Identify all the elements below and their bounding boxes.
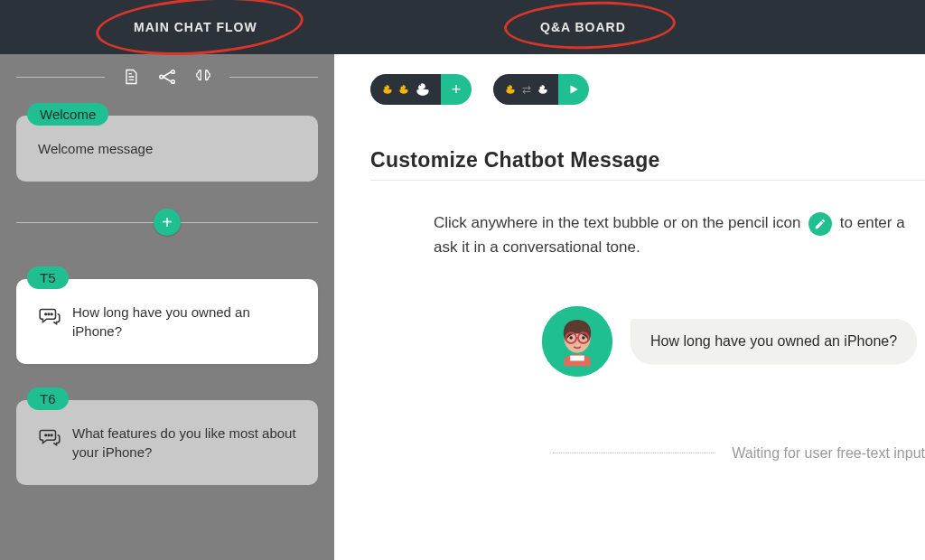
- svg-point-0: [160, 75, 164, 79]
- persona-group-play: ⇄: [493, 74, 589, 105]
- help-text-before: Click anywhere in the text bubble or on …: [434, 214, 800, 231]
- svg-point-3: [45, 313, 47, 315]
- document-icon[interactable]: [121, 67, 141, 87]
- duck-icon: [504, 83, 517, 96]
- svg-point-7: [48, 434, 50, 436]
- card-chip: T6: [27, 387, 69, 410]
- editor-toolbar: + ⇄: [370, 74, 925, 105]
- tab-main-chat-flow[interactable]: MAIN CHAT FLOW: [134, 20, 257, 34]
- top-nav: MAIN CHAT FLOW Q&A BOARD: [0, 0, 925, 54]
- play-icon: [567, 83, 580, 96]
- tab-qa-board[interactable]: Q&A BOARD: [540, 20, 626, 34]
- add-step-button[interactable]: +: [154, 209, 181, 236]
- flow-icon[interactable]: [157, 67, 177, 87]
- message-bubble[interactable]: How long have you owned an iPhone?: [631, 319, 917, 364]
- pencil-icon[interactable]: [808, 212, 832, 236]
- svg-point-2: [172, 80, 175, 84]
- svg-point-19: [569, 336, 573, 340]
- duck-icon: [381, 83, 394, 96]
- svg-point-5: [51, 313, 52, 315]
- help-text: Click anywhere in the text bubble or on …: [434, 211, 925, 259]
- add-persona-button[interactable]: +: [441, 74, 472, 105]
- svg-point-13: [541, 86, 542, 87]
- persona-group-add: +: [370, 74, 472, 105]
- duck-icon: [397, 83, 410, 96]
- svg-point-9: [386, 86, 387, 87]
- waiting-indicator: Waiting for user free-text input: [370, 445, 925, 462]
- svg-point-10: [402, 86, 403, 87]
- svg-rect-21: [570, 355, 584, 360]
- swap-icon: ⇄: [522, 83, 531, 96]
- add-divider: +: [16, 209, 318, 236]
- card-text: What features do you like most about you…: [72, 424, 296, 462]
- flow-card-welcome[interactable]: Welcome Welcome message: [16, 116, 318, 182]
- chat-preview: How long have you owned an iPhone?: [542, 306, 925, 377]
- card-chip: Welcome: [27, 103, 108, 126]
- card-text: How long have you owned an iPhone?: [72, 303, 296, 341]
- svg-point-11: [420, 84, 422, 86]
- brain-icon[interactable]: [193, 67, 213, 87]
- svg-point-6: [45, 434, 47, 436]
- flow-card-t5[interactable]: T5 How long have you owned an iPhone?: [16, 279, 318, 364]
- play-preview-button[interactable]: [558, 74, 589, 105]
- editor-pane: + ⇄ Customize Chatbot Message Click anyw…: [334, 54, 925, 560]
- card-text: Welcome message: [38, 139, 153, 158]
- svg-point-1: [172, 70, 175, 74]
- chat-icon: [38, 425, 61, 452]
- bot-avatar: [542, 306, 612, 377]
- svg-point-4: [48, 313, 50, 315]
- duck-icon: [537, 83, 549, 96]
- flow-card-t6[interactable]: T6 What features do you like most about …: [16, 400, 318, 485]
- duck-icon: [414, 80, 432, 98]
- svg-point-20: [582, 336, 585, 340]
- card-chip: T5: [27, 266, 69, 289]
- sidebar-toolbar: [16, 54, 318, 96]
- section-title: Customize Chatbot Message: [370, 148, 925, 181]
- svg-point-8: [51, 434, 52, 436]
- svg-point-12: [509, 86, 509, 87]
- waiting-text: Waiting for user free-text input: [732, 445, 925, 462]
- chat-icon: [38, 304, 61, 331]
- sidebar: Welcome Welcome message + T5 How long ha…: [0, 54, 334, 560]
